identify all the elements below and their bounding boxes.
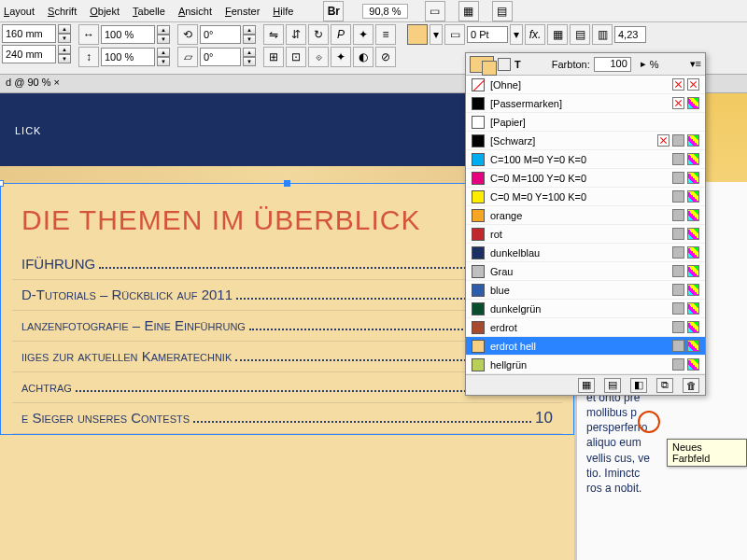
swatch-chip-icon — [472, 153, 485, 166]
width-field[interactable]: 160 mm — [2, 24, 56, 43]
arrange-icon[interactable]: ▦ — [458, 1, 479, 21]
swatch-row[interactable]: [Ohne] — [466, 76, 705, 94]
fx-icon[interactable]: fx. — [525, 24, 545, 45]
swatch-row[interactable]: C=0 M=0 Y=100 K=0 — [466, 188, 705, 206]
other-pt-field[interactable]: 4,23 — [614, 26, 646, 43]
swatch-row[interactable]: [Schwarz] — [466, 132, 705, 150]
swatch-type-icon — [672, 190, 684, 203]
rotate-cw-icon[interactable]: ↻ — [308, 24, 329, 45]
menu-hilfe[interactable]: Hilfe — [273, 6, 293, 17]
swatches-list[interactable]: [Ohne][Passermarken][Papier][Schwarz]C=1… — [466, 76, 705, 374]
swatch-row[interactable]: erdrot hell — [466, 337, 705, 356]
swatch-chip-icon — [472, 302, 485, 315]
tooltip: Neues Farbfeld — [667, 439, 747, 467]
delete-swatch-button[interactable]: 🗑 — [683, 378, 699, 393]
swatch-row[interactable]: blue — [466, 281, 705, 300]
swatch-chip-icon — [472, 172, 485, 185]
swatch-row[interactable]: rot — [466, 225, 705, 244]
stroke-pt-field[interactable]: 0 Pt — [467, 26, 508, 43]
bridge-icon[interactable]: Br — [323, 1, 344, 21]
swatch-chip-icon — [472, 246, 485, 259]
swatch-row[interactable]: erdrot — [466, 318, 705, 337]
new-swatch-button[interactable]: ⧉ — [656, 378, 673, 393]
menu-fenster[interactable]: Fenster — [225, 6, 260, 17]
wrap3-icon[interactable]: ▥ — [592, 24, 613, 45]
swatch-row[interactable]: [Passermarken] — [466, 94, 705, 113]
swatch-name: orange — [490, 210, 667, 221]
height-field[interactable]: 240 mm — [2, 45, 56, 63]
swatch-name: hellgrün — [490, 359, 667, 371]
menu-objekt[interactable]: Objekt — [90, 6, 120, 17]
view-icon[interactable]: ▤ — [492, 1, 513, 21]
swatch-type-icon — [672, 153, 684, 165]
swatch-type-icon — [672, 209, 684, 221]
swatch-type-icon — [672, 284, 684, 296]
swatch-type-icon — [687, 134, 699, 147]
panel-menu-icon[interactable]: ▾≡ — [690, 58, 701, 70]
swatch-row[interactable]: C=0 M=100 Y=0 K=0 — [466, 169, 705, 188]
farbton-field[interactable]: 100 — [594, 57, 631, 72]
toc-label: lanzenfotografie – Eine Einführung — [21, 317, 246, 333]
swatch-chip-icon — [472, 190, 485, 203]
swatch-type-icon — [672, 340, 684, 352]
swatches-footer: ▦ ▤ ◧ ⧉ 🗑 — [466, 374, 705, 395]
flip-h-icon[interactable]: ⇋ — [263, 24, 284, 45]
text-icon[interactable]: T — [514, 59, 521, 70]
height-spin[interactable]: ▲▼ — [58, 45, 71, 63]
para-icon[interactable]: P — [331, 24, 351, 45]
swatch-chip-icon — [472, 284, 485, 297]
scaley-field[interactable]: 100 % — [101, 48, 155, 66]
swatch-name: erdrot — [490, 322, 667, 333]
tool2-icon[interactable]: ⊡ — [286, 47, 306, 67]
swatch-type-icon — [687, 78, 699, 91]
wrap1-icon[interactable]: ▦ — [547, 24, 568, 45]
swatch-chip-icon — [472, 97, 485, 110]
swatch-name: C=0 M=100 Y=0 K=0 — [490, 173, 667, 184]
swatch-row[interactable]: [Papier] — [466, 113, 705, 132]
stroke-icon[interactable]: ▭ — [444, 24, 465, 45]
swatch-row[interactable]: hellgrün — [466, 356, 705, 374]
menu-schrift[interactable]: Schrift — [48, 6, 77, 17]
swatch-name: C=0 M=0 Y=100 K=0 — [490, 191, 667, 203]
effects-icon[interactable]: ✦ — [353, 24, 374, 45]
swatch-chip-icon — [472, 265, 485, 278]
swatch-type-icon — [687, 153, 699, 165]
flip-v-icon[interactable]: ⇵ — [286, 24, 306, 45]
menu-tabelle[interactable]: Tabelle — [133, 6, 165, 17]
swatch-row[interactable]: orange — [466, 206, 705, 225]
tool1-icon[interactable]: ⊞ — [263, 47, 284, 67]
swatch-row[interactable]: C=100 M=0 Y=0 K=0 — [466, 150, 705, 169]
tool4-icon[interactable]: ✦ — [331, 47, 351, 67]
scalex-field[interactable]: 100 % — [101, 25, 155, 44]
swatch-row[interactable]: Grau — [466, 262, 705, 281]
fill-dropdown-icon[interactable]: ▾ — [430, 24, 443, 45]
zoom-field[interactable]: 90,8 % — [362, 4, 407, 19]
container-icon[interactable] — [498, 58, 511, 71]
shear-field[interactable]: 0° — [200, 48, 241, 66]
panel-fill-swatch[interactable] — [470, 56, 494, 73]
tool5-icon[interactable]: ◐ — [353, 47, 374, 67]
swatch-type-icon — [687, 172, 699, 184]
fill-swatch[interactable] — [407, 24, 428, 45]
tool6-icon[interactable]: ⊘ — [375, 47, 396, 67]
wrap2-icon[interactable]: ▤ — [570, 24, 590, 45]
width-spin[interactable]: ▲▼ — [58, 24, 71, 43]
menu-layout[interactable]: LLayoutayout — [4, 6, 35, 17]
tool3-icon[interactable]: ⟐ — [308, 47, 329, 67]
screenmode-icon[interactable]: ▭ — [425, 1, 445, 21]
swatch-half-icon[interactable]: ◧ — [630, 378, 647, 393]
swatch-name: rot — [490, 229, 667, 240]
swatch-name: [Papier] — [490, 117, 694, 128]
swatch-row[interactable]: dunkelgrün — [466, 300, 705, 318]
stroke-dd-icon[interactable]: ▾ — [510, 24, 523, 45]
toc-label: IFÜHRUNG — [21, 256, 95, 272]
swatch-view-icon[interactable]: ▦ — [578, 378, 595, 393]
menu-ansicht[interactable]: Ansicht — [178, 6, 212, 17]
swatch-name: dunkelblau — [490, 247, 667, 259]
rotate-icon: ⟲ — [177, 24, 198, 45]
menu-bar: LLayoutayout Schrift Objekt Tabelle Ansi… — [0, 0, 747, 22]
swatch-row[interactable]: dunkelblau — [466, 244, 705, 262]
align-icon[interactable]: ≡ — [375, 24, 396, 45]
swatch-grid-icon[interactable]: ▤ — [604, 378, 621, 393]
rotate-field[interactable]: 0° — [200, 25, 241, 44]
